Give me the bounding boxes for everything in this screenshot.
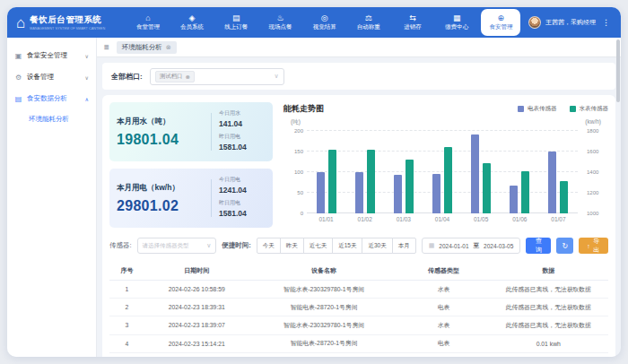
- nav-item-inventory[interactable]: ⇆进销存: [393, 7, 432, 38]
- date-separator: 至: [474, 242, 480, 250]
- bar-electric[interactable]: [317, 172, 325, 213]
- sensor-placeholder: 请选择传感器类型: [143, 242, 189, 250]
- user-chip[interactable]: 王茜茜，采购经理 ⋮: [523, 16, 621, 29]
- stall-filter-bar: 全部档口: 测试档口 ⊗ ∨: [102, 63, 615, 90]
- search-button[interactable]: 查询: [526, 238, 551, 254]
- bar-electric[interactable]: [432, 174, 440, 213]
- avatar: [528, 16, 541, 29]
- y-axis-right-tick: 1400: [587, 169, 606, 175]
- app-logo: ⌂ 餐饮后台管理系统 MANAGEMENT SYSTEM OF SMART CA…: [7, 14, 126, 30]
- x-tick-label: 01/04: [423, 216, 461, 222]
- quick-time-button[interactable]: 近七天: [303, 238, 334, 254]
- vertical-scrollbar[interactable]: [616, 39, 620, 102]
- nav-item-auto-weigh[interactable]: ⚖自动称重: [349, 7, 388, 38]
- legend-item[interactable]: 水表传感器: [570, 105, 609, 113]
- export-button[interactable]: ↑ 导出: [579, 238, 608, 254]
- y-axis-left-tick: 0: [283, 211, 303, 216]
- user-name: 王茜茜，采购经理: [545, 18, 596, 27]
- app-subtitle: MANAGEMENT SYSTEM OF SMART CANTEEN: [30, 26, 105, 30]
- y-axis-right-tick: 1800: [587, 128, 606, 134]
- submenu-item-env-energy-analysis[interactable]: 环境能耗分析: [7, 109, 96, 129]
- chevron-down-icon: ∨: [85, 74, 89, 81]
- legend-item[interactable]: 电表传感器: [518, 105, 557, 113]
- quick-time-button[interactable]: 昨天: [280, 238, 304, 254]
- date-range-picker[interactable]: ▦ 2024-01-01 至 2024-03-05: [422, 238, 521, 254]
- header-cell: 数据: [489, 262, 608, 281]
- table-row[interactable]: 32024-02-23 18:39:07智能水表-230329780-1号房间水…: [109, 316, 608, 334]
- sensor-select[interactable]: 请选择传感器类型 ∨: [137, 238, 217, 254]
- bar-water[interactable]: [367, 150, 375, 213]
- y-axis-left-tick: 150: [283, 149, 303, 154]
- y-axis-right-tick: 1200: [587, 190, 606, 195]
- more-menu-icon[interactable]: ⋮: [600, 18, 612, 27]
- quick-time-button[interactable]: 今天: [257, 238, 281, 254]
- table-row[interactable]: 12024-02-26 10:58:59智能水表-230329780-1号房间水…: [109, 281, 608, 299]
- table-row[interactable]: 22024-02-23 18:39:31智能电表-28720-1号房间电表此传感…: [109, 299, 608, 316]
- table-cell: 智能水表-230329780-1号房间: [249, 352, 399, 357]
- chart-icon: ▤: [14, 95, 22, 103]
- content-area: ≡ 环境能耗分析 ⊗ 全部档口: 测试档口 ⊗ ∨: [97, 38, 621, 357]
- header-cell: 日期时间: [144, 262, 249, 281]
- bar-electric[interactable]: [510, 186, 518, 213]
- main-nav: ⌂食堂管理◈会员系统▤线上订餐♨现场点餐◎视觉结算⚖自动称重⇆进销存▦缴费中心⊕…: [126, 7, 523, 38]
- bar-electric[interactable]: [355, 172, 363, 213]
- sidebar-item-device-mgmt[interactable]: ⚙设备管理∨: [7, 66, 96, 88]
- stall-tag: 测试档口 ⊗: [155, 71, 195, 82]
- nav-item-food-safety[interactable]: ⊕食安管理: [481, 9, 520, 36]
- tag-close-icon[interactable]: ⊗: [186, 74, 190, 80]
- online-icon: ▤: [232, 13, 240, 22]
- bar-water[interactable]: [521, 171, 529, 213]
- table-row[interactable]: 52024-02-23 15:13:25智能水表-230329780-1号房间水…: [109, 352, 608, 357]
- table-cell: 2024-02-26 10:58:59: [144, 281, 249, 299]
- nav-item-canteen-mgmt[interactable]: ⌂食堂管理: [128, 7, 168, 38]
- bar-water[interactable]: [328, 150, 336, 213]
- table-cell: 此传感器已离线，无法获取数据: [489, 299, 608, 316]
- table-cell: 此传感器已离线，无法获取数据: [489, 281, 608, 299]
- electric-stat-value: 29801.02: [117, 198, 204, 214]
- collapse-sidebar-icon[interactable]: ≡: [104, 42, 109, 52]
- nav-item-payment-center[interactable]: ▦缴费中心: [437, 7, 476, 38]
- foodsafe-icon: ⊕: [498, 13, 505, 22]
- nav-item-onsite-order[interactable]: ♨现场点餐: [260, 7, 300, 38]
- chevron-down-icon: ∨: [85, 53, 89, 59]
- bar-electric[interactable]: [394, 175, 402, 213]
- nav-item-vision-settle[interactable]: ◎视觉结算: [305, 7, 345, 38]
- sidebar-item-label: 食安数据分析: [27, 94, 67, 103]
- nav-item-label: 食堂管理: [136, 23, 160, 31]
- chart-legend: 电表传感器水表传感器: [518, 105, 608, 113]
- table-cell: 1: [109, 281, 144, 299]
- bar-water[interactable]: [560, 181, 568, 213]
- bar-electric[interactable]: [548, 152, 556, 213]
- x-tick-label: 01/07: [539, 216, 578, 222]
- sidebar-item-foodsafe-analysis[interactable]: ▤食安数据分析∧: [7, 88, 96, 109]
- bar-water[interactable]: [444, 147, 452, 213]
- tab-env-energy[interactable]: 环境能耗分析 ⊗: [117, 41, 177, 54]
- stall-select[interactable]: 测试档口 ⊗ ∨: [150, 68, 284, 85]
- nav-item-member-system[interactable]: ◈会员系统: [172, 7, 212, 38]
- quick-time-button[interactable]: 近30天: [362, 238, 392, 254]
- table-cell: 2024-02-23 15:14:21: [144, 334, 249, 352]
- table-row[interactable]: 42024-02-23 15:14:21智能电表-28720-1号房间电表0.0…: [109, 334, 608, 352]
- weigh-icon: ⚖: [365, 13, 372, 22]
- x-tick-label: 01/06: [501, 216, 539, 222]
- nav-item-online-order[interactable]: ▤线上订餐: [216, 7, 256, 38]
- table-cell: 3: [109, 316, 144, 334]
- quick-time-button[interactable]: 近15天: [332, 238, 362, 254]
- sidebar: ▣食堂安全管理∨⚙设备管理∨▤食安数据分析∧环境能耗分析: [7, 38, 97, 357]
- table-cell: 智能水表-230329780-1号房间: [249, 281, 399, 299]
- today-electric-label: 今日用电: [219, 176, 266, 184]
- table-cell: 0.01 kwh: [489, 334, 608, 352]
- table-cell: 此传感器已离线，无法获取数据: [489, 316, 608, 334]
- sidebar-item-canteen-safety-mgmt[interactable]: ▣食堂安全管理∨: [7, 45, 96, 66]
- tab-close-icon[interactable]: ⊗: [166, 44, 171, 51]
- bar-electric[interactable]: [471, 134, 479, 214]
- refresh-button[interactable]: ↻: [556, 238, 573, 254]
- table-cell: 2024-02-23 18:39:31: [144, 299, 249, 316]
- bar-water[interactable]: [483, 163, 491, 213]
- quick-time-buttons: 今天昨天近七天近15天近30天本月: [257, 238, 416, 254]
- bar-water[interactable]: [406, 160, 414, 213]
- bar-group: [501, 131, 539, 213]
- quick-time-button[interactable]: 本月: [392, 238, 416, 254]
- nav-item-label: 自动称重: [357, 23, 380, 31]
- water-stat-card: 本月用水（吨） 19801.04 今日用水 141.04 昨日用电 1581.0…: [109, 102, 273, 161]
